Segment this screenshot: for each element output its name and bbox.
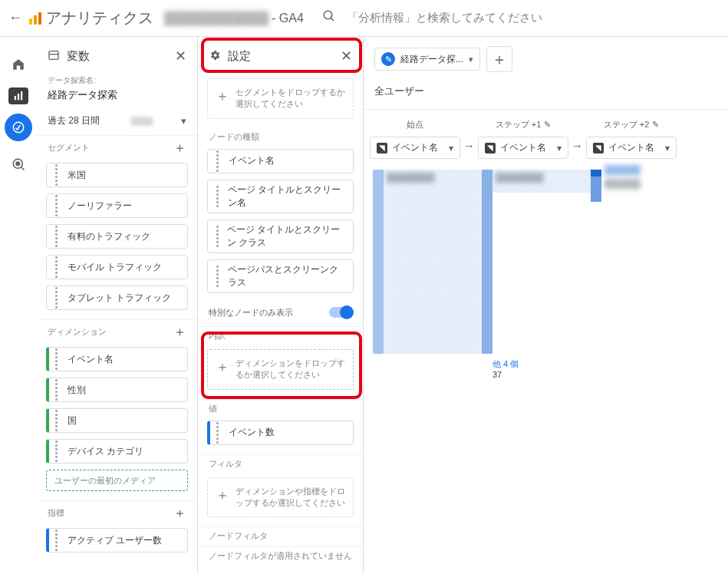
dimension-placeholder-chip[interactable]: ユーザーの最初のメディア <box>46 470 188 491</box>
nav-home-icon[interactable] <box>5 51 32 78</box>
exploration-tab[interactable]: ✎ 経路データ探... ▾ <box>374 48 480 71</box>
node-type-chip[interactable]: ページ タイトルとスクリーン クラス <box>207 219 354 253</box>
drag-handle-icon <box>54 256 61 279</box>
values-section-title: 値 <box>198 399 363 419</box>
sankey-node-step2-top[interactable] <box>591 170 601 176</box>
drag-handle-icon <box>54 378 61 401</box>
pencil-icon[interactable]: ✎ <box>544 120 551 130</box>
variables-header: 変数 ✕ <box>37 37 197 75</box>
drag-handle-icon <box>54 163 61 186</box>
drag-handle-icon <box>54 348 61 371</box>
property-name-blurred[interactable]: ████████████ <box>164 12 268 25</box>
filter-dropzone[interactable]: ＋ ディメンションや指標をドロップするか選択してください <box>207 477 354 518</box>
date-range-selector[interactable]: 過去 28 日間 ████ ▾ <box>37 111 197 135</box>
drag-handle-icon <box>54 286 61 309</box>
nav-explore-icon[interactable] <box>5 114 32 141</box>
metrics-title: 指標 <box>48 507 64 519</box>
metrics-list: アクティブ ユーザー数 <box>37 526 197 562</box>
tag-icon: ◥ <box>485 143 496 153</box>
plus-icon: ＋ <box>216 486 229 510</box>
exploration-name-label: データ探索名: <box>48 75 186 86</box>
tabs-row: ✎ 経路データ探... ▾ ＋ <box>364 37 728 81</box>
dimension-chip[interactable]: デバイス カテゴリ <box>46 439 188 463</box>
segment-chip[interactable]: ノーリファラー <box>46 193 188 218</box>
dimensions-title: ディメンション <box>48 326 107 338</box>
chevron-down-icon: ▾ <box>181 115 186 127</box>
node-label-blurred: ██████ <box>604 165 641 174</box>
add-tab-button[interactable]: ＋ <box>486 46 512 72</box>
segment-chip[interactable]: タブレット トラフィック <box>46 285 188 310</box>
variables-panel: 変数 ✕ データ探索名: 経路データ探索 過去 28 日間 ████ ▾ セグメ… <box>37 37 198 574</box>
path-sankey-chart: ████████ ████████ ██████ ██████ 他 4 個 37 <box>364 170 728 369</box>
more-nodes-link-block: 他 4 個 37 <box>492 358 519 379</box>
step-1-select[interactable]: ◥ イベント名 ▾ <box>478 137 568 159</box>
search-placeholder: 「分析情報」と検索してみてください <box>347 11 542 25</box>
svg-rect-2 <box>15 96 16 100</box>
date-range-blurred: ████ <box>131 117 153 125</box>
pencil-icon[interactable]: ✎ <box>652 120 659 130</box>
dimensions-section-title: ディメンション ＋ <box>37 319 197 345</box>
special-nodes-label: 特別なノードのみ表示 <box>209 307 293 318</box>
values-chip[interactable]: イベント数 <box>207 421 354 445</box>
node-type-chip[interactable]: イベント名 <box>207 149 354 173</box>
event-select-label: イベント名 <box>608 141 654 154</box>
more-nodes-count: 37 <box>492 370 502 379</box>
sankey-node-start[interactable] <box>373 170 384 354</box>
node-type-chip[interactable]: ページパスとスクリーンクラス <box>207 259 354 293</box>
settings-panel: 設定 ✕ ＋ セグメントをドロップするか選択してください ノードの種類 イベント… <box>198 37 364 574</box>
drag-handle-icon <box>216 265 222 288</box>
breakdown-dropzone[interactable]: ＋ ディメンションをドロップするか選択してください <box>207 349 354 390</box>
nav-rail <box>0 37 37 574</box>
nav-advertising-icon[interactable] <box>5 150 32 178</box>
svg-point-7 <box>16 162 20 166</box>
add-segment-button[interactable]: ＋ <box>173 139 186 157</box>
dimension-chip[interactable]: 性別 <box>46 378 188 402</box>
segment-chip[interactable]: モバイル トラフィック <box>46 255 188 279</box>
svg-rect-4 <box>21 91 22 100</box>
brand-text: アナリティクス <box>46 8 153 28</box>
nav-reports-icon[interactable] <box>8 87 28 104</box>
step-start-select[interactable]: ◥ イベント名 ▾ <box>370 137 460 159</box>
step-2-select[interactable]: ◥ イベント名 ▾ <box>586 137 677 159</box>
plus-icon: ＋ <box>216 87 229 111</box>
dimension-chip[interactable]: イベント名 <box>46 347 188 371</box>
node-type-section-title: ノードの種類 <box>198 128 363 147</box>
node-filter-section-title: ノードフィルタ <box>198 526 363 546</box>
svg-line-1 <box>331 18 334 21</box>
add-metric-button[interactable]: ＋ <box>173 504 186 522</box>
special-nodes-toggle[interactable] <box>329 307 352 318</box>
drag-handle-icon <box>54 529 61 552</box>
dimensions-list: イベント名 性別 国 デバイス カテゴリ ユーザーの最初のメディア <box>37 345 197 500</box>
add-dimension-button[interactable]: ＋ <box>173 323 186 341</box>
more-nodes-link[interactable]: 他 4 個 <box>492 359 519 368</box>
back-arrow-icon[interactable]: ← <box>6 10 25 26</box>
search-box[interactable]: 「分析情報」と検索してみてください <box>322 9 542 27</box>
segment-dropzone-label: セグメントをドロップするか選択してください <box>236 87 345 111</box>
event-select-label: イベント名 <box>500 141 546 154</box>
step-start-label: 始点 <box>407 119 423 130</box>
metric-chip[interactable]: アクティブ ユーザー数 <box>46 528 188 553</box>
segment-chip[interactable]: 米国 <box>46 163 188 187</box>
dimension-chip[interactable]: 国 <box>46 408 188 433</box>
date-range-title: 過去 28 日間 <box>48 114 100 127</box>
node-label-blurred: ██████ <box>604 179 641 188</box>
values-list: イベント数 <box>198 419 363 454</box>
node-type-chip[interactable]: ページ タイトルとスクリーン名 <box>207 180 354 213</box>
close-icon[interactable]: ✕ <box>175 48 186 64</box>
chevron-down-icon[interactable]: ▾ <box>469 54 473 64</box>
tab-label: 経路データ探... <box>400 53 463 66</box>
all-users-heading: 全ユーザー <box>364 81 728 110</box>
node-type-list: イベント名 ページ タイトルとスクリーン名 ページ タイトルとスクリーン クラス… <box>198 147 363 302</box>
sankey-link <box>384 170 482 354</box>
exploration-name-block[interactable]: データ探索名: 経路データ探索 <box>37 75 197 111</box>
analytics-logo-icon <box>29 12 41 25</box>
close-icon[interactable]: ✕ <box>341 48 352 64</box>
segment-chip[interactable]: 有料のトラフィック <box>46 224 188 249</box>
segment-dropzone[interactable]: ＋ セグメントをドロップするか選択してください <box>207 78 354 119</box>
segments-title: セグメント <box>48 142 90 153</box>
settings-title: 設定 <box>228 49 251 64</box>
drag-handle-icon <box>54 225 61 248</box>
event-select-label: イベント名 <box>392 141 438 154</box>
sankey-node-step1[interactable] <box>482 170 492 354</box>
breakdown-section-title: 内訳 <box>198 326 363 346</box>
